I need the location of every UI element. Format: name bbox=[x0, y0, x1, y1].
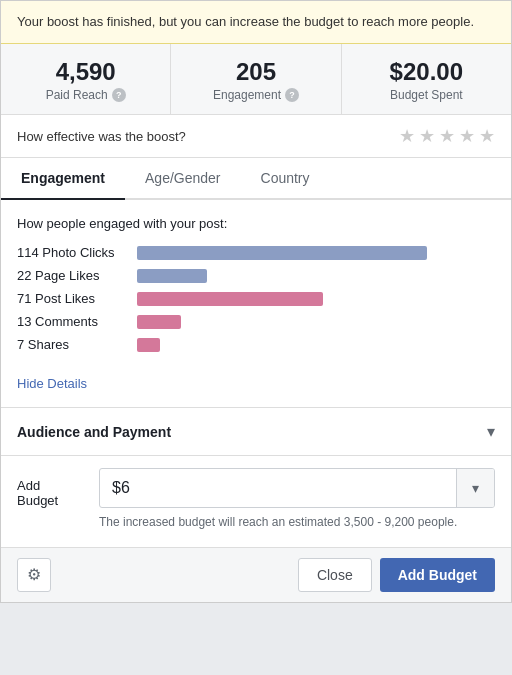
alert-banner: Your boost has finished, but you can inc… bbox=[1, 1, 511, 44]
settings-button[interactable]: ⚙ bbox=[17, 558, 51, 592]
paid-reach-label: Paid Reach ? bbox=[9, 88, 162, 102]
boost-modal: Your boost has finished, but you can inc… bbox=[0, 0, 512, 603]
bar-label: 114 Photo Clicks bbox=[17, 245, 137, 260]
engagement-section: How people engaged with your post: 114 P… bbox=[1, 200, 511, 368]
stat-paid-reach: 4,590 Paid Reach ? bbox=[1, 44, 171, 114]
budget-spent-value: $20.00 bbox=[350, 58, 503, 86]
budget-hint: The increased budget will reach an estim… bbox=[99, 514, 495, 531]
bar-label: 7 Shares bbox=[17, 337, 137, 352]
stat-engagement: 205 Engagement ? bbox=[171, 44, 341, 114]
tab-age-gender[interactable]: Age/Gender bbox=[125, 158, 241, 200]
bar-label: 71 Post Likes bbox=[17, 291, 137, 306]
effectiveness-row: How effective was the boost? ★ ★ ★ ★ ★ bbox=[1, 115, 511, 158]
engagement-bar-row: 22 Page Likes bbox=[17, 268, 495, 283]
budget-input-wrap: $6 ▾ The increased budget will reach an … bbox=[99, 468, 495, 531]
tabs: Engagement Age/Gender Country bbox=[1, 158, 511, 200]
star-rating[interactable]: ★ ★ ★ ★ ★ bbox=[399, 125, 495, 147]
audience-payment-section[interactable]: Audience and Payment ▾ bbox=[1, 407, 511, 455]
budget-select[interactable]: $6 ▾ bbox=[99, 468, 495, 508]
star-5[interactable]: ★ bbox=[479, 125, 495, 147]
bar-label: 22 Page Likes bbox=[17, 268, 137, 283]
add-budget-label: AddBudget bbox=[17, 468, 87, 508]
close-button[interactable]: Close bbox=[298, 558, 372, 592]
bar-container bbox=[137, 246, 495, 260]
star-2[interactable]: ★ bbox=[419, 125, 435, 147]
paid-reach-help[interactable]: ? bbox=[112, 88, 126, 102]
footer-actions: Close Add Budget bbox=[298, 558, 495, 592]
bar-rows: 114 Photo Clicks22 Page Likes71 Post Lik… bbox=[17, 245, 495, 352]
bar-fill bbox=[137, 246, 427, 260]
bar-fill bbox=[137, 292, 323, 306]
engagement-title: How people engaged with your post: bbox=[17, 216, 495, 231]
paid-reach-value: 4,590 bbox=[9, 58, 162, 86]
budget-spent-label: Budget Spent bbox=[350, 88, 503, 102]
effectiveness-label: How effective was the boost? bbox=[17, 129, 186, 144]
modal-footer: ⚙ Close Add Budget bbox=[1, 547, 511, 602]
engagement-bar-row: 114 Photo Clicks bbox=[17, 245, 495, 260]
tab-country[interactable]: Country bbox=[241, 158, 330, 200]
star-1[interactable]: ★ bbox=[399, 125, 415, 147]
budget-dropdown-button[interactable]: ▾ bbox=[456, 469, 494, 507]
stat-budget-spent: $20.00 Budget Spent bbox=[342, 44, 511, 114]
engagement-bar-row: 71 Post Likes bbox=[17, 291, 495, 306]
engagement-value: 205 bbox=[179, 58, 332, 86]
alert-text: Your boost has finished, but you can inc… bbox=[17, 14, 474, 29]
budget-value: $6 bbox=[100, 469, 456, 507]
chevron-down-icon: ▾ bbox=[487, 422, 495, 441]
bar-fill bbox=[137, 315, 181, 329]
tab-engagement[interactable]: Engagement bbox=[1, 158, 125, 200]
bar-fill bbox=[137, 269, 207, 283]
engagement-bar-row: 13 Comments bbox=[17, 314, 495, 329]
bar-fill bbox=[137, 338, 160, 352]
budget-section: AddBudget $6 ▾ The increased budget will… bbox=[1, 455, 511, 547]
bar-container bbox=[137, 292, 495, 306]
engagement-label: Engagement ? bbox=[179, 88, 332, 102]
budget-row: AddBudget $6 ▾ The increased budget will… bbox=[17, 468, 495, 531]
audience-title: Audience and Payment bbox=[17, 424, 171, 440]
gear-icon: ⚙ bbox=[27, 565, 41, 584]
bar-container bbox=[137, 338, 495, 352]
add-budget-button[interactable]: Add Budget bbox=[380, 558, 495, 592]
bar-container bbox=[137, 269, 495, 283]
star-3[interactable]: ★ bbox=[439, 125, 455, 147]
bar-container bbox=[137, 315, 495, 329]
engagement-help[interactable]: ? bbox=[285, 88, 299, 102]
hide-details-link[interactable]: Hide Details bbox=[1, 368, 511, 407]
stats-bar: 4,590 Paid Reach ? 205 Engagement ? $20.… bbox=[1, 44, 511, 115]
bar-label: 13 Comments bbox=[17, 314, 137, 329]
star-4[interactable]: ★ bbox=[459, 125, 475, 147]
engagement-bar-row: 7 Shares bbox=[17, 337, 495, 352]
